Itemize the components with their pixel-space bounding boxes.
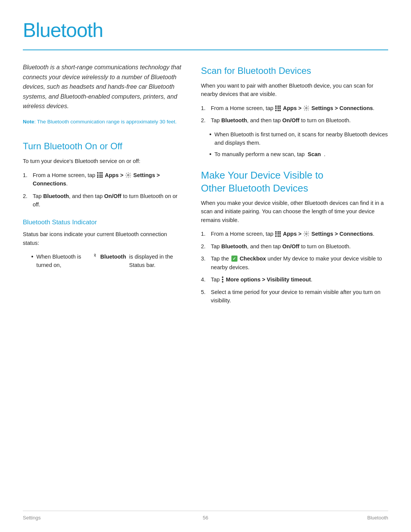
title-divider	[23, 50, 388, 50]
page: Bluetooth Bluetooth is a short-range com…	[0, 0, 411, 532]
bluetooth-status-icon	[93, 252, 97, 258]
scan-step-content-2: Tap Bluetooth, and then tap On/Off to tu…	[211, 116, 388, 125]
subsection-status-intro: Status bar icons indicate your current B…	[23, 230, 183, 247]
visible-step-num-4: 4.	[201, 275, 208, 284]
visible-step-1: 1. From a Home screen, tap Apps >	[201, 230, 388, 238]
scan-bullet-1: When Bluetooth is first turned on, it sc…	[209, 130, 388, 147]
step-num-2: 2.	[23, 192, 30, 209]
scan-steps: 1. From a Home screen, tap Apps >	[201, 104, 388, 125]
scan-step-2: 2. Tap Bluetooth, and then tap On/Off to…	[201, 116, 388, 125]
note-label: Note	[23, 119, 34, 125]
svg-point-1	[306, 107, 307, 109]
visible-step-4: 4. Tap More options > Visibility timeout…	[201, 275, 388, 284]
status-bullet-1: When Bluetooth is turned on, Bluetooth i…	[31, 252, 183, 270]
section-visible-title: Make Your Device Visible toOther Bluetoo…	[201, 169, 388, 195]
visible-step-2: 2. Tap Bluetooth, and then tap On/Off to…	[201, 242, 388, 251]
visible-step-num-3: 3.	[201, 254, 208, 272]
footer: Settings 56 Bluetooth	[23, 511, 388, 522]
footer-right: Bluetooth	[367, 514, 388, 522]
visible-step-num-1: 1.	[201, 230, 208, 238]
visible-step-content-4: Tap More options > Visibility timeout.	[211, 275, 388, 284]
apps-grid-icon	[97, 172, 103, 178]
scan-step-content-1: From a Home screen, tap Apps > Settings …	[211, 104, 388, 112]
visible-step-5: 5. Select a time period for your device …	[201, 288, 388, 305]
section-scan-intro: When you want to pair with another Bluet…	[201, 81, 388, 99]
apps-grid-icon-2	[275, 105, 281, 111]
turn-step-1: 1. From a Home screen, tap Apps >	[23, 171, 183, 188]
scan-bullets: When Bluetooth is first turned on, it sc…	[209, 130, 388, 158]
left-column: Bluetooth is a short-range communication…	[23, 62, 183, 310]
scan-bullet-2: To manually perform a new scan, tap Scan…	[209, 150, 388, 158]
apps-grid-icon-3	[275, 231, 281, 237]
visible-step-3: 3. Tap the ✓ Checkbox under My device to…	[201, 254, 388, 272]
page-title: Bluetooth	[23, 15, 388, 45]
turn-step-2: 2. Tap Bluetooth, and then tap On/Off to…	[23, 192, 183, 209]
section-scan-title: Scan for Bluetooth Devices	[201, 64, 388, 78]
section-turn-intro: To turn your device's Bluetooth service …	[23, 157, 183, 165]
section-visible-intro: When you make your device visible, other…	[201, 199, 388, 224]
note-body: : The Bluetooth communication range is a…	[34, 119, 177, 125]
note-text: Note: The Bluetooth communication range …	[23, 118, 183, 126]
visible-step-content-3: Tap the ✓ Checkbox under My device to ma…	[211, 254, 388, 272]
settings-icon-3	[303, 231, 309, 237]
scan-step-1: 1. From a Home screen, tap Apps >	[201, 104, 388, 112]
footer-center: 56	[203, 514, 208, 522]
visible-step-content-2: Tap Bluetooth, and then tap On/Off to tu…	[211, 242, 388, 251]
visible-step-num-5: 5.	[201, 288, 208, 305]
section-turn-title: Turn Bluetooth On or Off	[23, 139, 183, 153]
visible-step-content-1: From a Home screen, tap Apps > Settings …	[211, 230, 388, 238]
right-column: Scan for Bluetooth Devices When you want…	[201, 62, 388, 310]
visible-step-content-5: Select a time period for your device to …	[211, 288, 388, 305]
step-content-1: From a Home screen, tap Apps > Settings …	[33, 171, 183, 188]
settings-icon	[125, 172, 131, 178]
step-num-1: 1.	[23, 171, 30, 188]
svg-point-2	[306, 233, 307, 235]
status-bullets: When Bluetooth is turned on, Bluetooth i…	[31, 252, 183, 270]
intro-text: Bluetooth is a short-range communication…	[23, 62, 183, 111]
step-content-2: Tap Bluetooth, and then tap On/Off to tu…	[33, 192, 183, 209]
visible-steps: 1. From a Home screen, tap Apps >	[201, 230, 388, 305]
visible-step-num-2: 2.	[201, 242, 208, 251]
more-options-icon	[222, 276, 223, 283]
scan-step-num-2: 2.	[201, 116, 208, 125]
settings-icon-2	[303, 105, 309, 111]
subsection-status-title: Bluetooth Status Indicator	[23, 217, 183, 227]
checkbox-icon: ✓	[231, 256, 237, 262]
main-content: Bluetooth is a short-range communication…	[23, 62, 388, 310]
svg-point-0	[127, 174, 129, 176]
footer-left: Settings	[23, 514, 41, 522]
turn-steps: 1. From a Home screen, tap Apps >	[23, 171, 183, 209]
scan-step-num-1: 1.	[201, 104, 208, 112]
